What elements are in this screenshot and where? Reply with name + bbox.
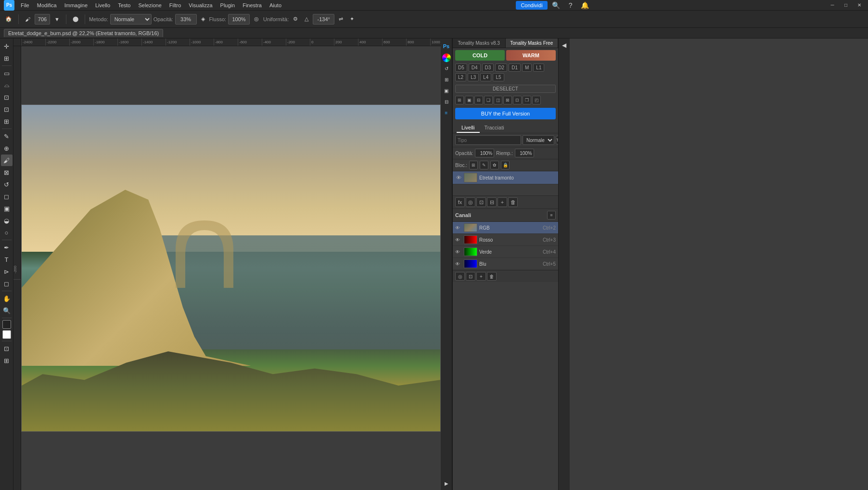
frame-tool[interactable]: ⊞ [1,116,13,127]
panel-toggle-icon[interactable]: ▶ [442,478,451,488]
crop-tool[interactable]: ⊡ [1,103,13,115]
move-tool[interactable]: ✛ [1,40,13,52]
mask-l2[interactable]: L2 [455,73,466,81]
foreground-color[interactable] [2,320,11,329]
menu-visualizza[interactable]: Visualizza [185,1,216,9]
lock-pixels[interactable]: ✎ [480,161,488,169]
layer-visibility-eye[interactable]: 👁 [455,174,462,181]
fill-value-input[interactable] [515,149,534,157]
lasso-tool[interactable]: ⌓ [1,79,13,91]
mask-icon-3[interactable]: ⊟ [474,96,483,104]
lock-transparent[interactable]: ⊞ [469,161,478,169]
tonality-tab-free[interactable]: Tonality Masks Free [506,39,559,48]
menu-immagine[interactable]: Immagine [61,1,91,9]
adjustment-button[interactable]: ⊡ [476,197,486,207]
ch-add-channel[interactable]: + [476,272,486,281]
ch-marching-ants[interactable]: ◎ [455,272,465,281]
maximize-button[interactable]: □ [839,0,853,11]
mask-icon-1[interactable]: ⊞ [455,96,464,104]
search-icon[interactable]: 🔍 [550,0,562,11]
mask-d4[interactable]: D4 [469,64,481,72]
gradient-panel-icon[interactable]: ▣ [442,86,451,95]
symmetry-btn[interactable]: ⇌ [336,14,345,24]
blur-tool[interactable]: ◒ [1,215,13,226]
canvas-viewport[interactable] [21,46,441,490]
dodge-tool[interactable]: ○ [1,227,13,238]
text-tool[interactable]: T [1,254,13,265]
channel-eye-rgb[interactable]: 👁 [455,225,462,231]
channel-rosso[interactable]: 👁 Rosso Ctrl+3 [453,234,558,246]
mask-icon-4[interactable]: ❑ [484,96,493,104]
history-icon[interactable]: ↺ [442,64,451,73]
channel-eye-blue[interactable]: 👁 [455,261,462,267]
layer-mode-select[interactable]: Normale [523,135,554,145]
minimize-button[interactable]: ─ [826,0,839,11]
document-tab[interactable]: Etretat_dodge_e_burn.psd @ 22,2% (Etreta… [4,29,163,37]
brush-picker[interactable]: ▼ [52,15,62,24]
color-wheel-icon[interactable] [442,53,451,62]
gradient-tool[interactable]: ▣ [1,203,13,214]
mask-l3[interactable]: L3 [468,73,479,81]
lock-position[interactable]: ✿ [490,161,499,169]
layer-etretat[interactable]: 👁 Etretat tramonto [453,171,558,184]
brush-tool-left[interactable]: 🖌 [1,155,13,166]
group-button[interactable]: ⊟ [487,197,497,207]
menu-finestra[interactable]: Finestra [239,1,265,9]
mask-l1[interactable]: L1 [533,64,544,72]
deselect-button[interactable]: DESELECT [455,85,556,93]
shape-tool[interactable]: ◻ [1,278,13,289]
mask-l4[interactable]: L4 [480,73,491,81]
warm-button[interactable]: WARM [506,50,556,61]
menu-testo[interactable]: Testo [115,1,134,9]
fx-button[interactable]: fx [455,197,465,207]
close-button[interactable]: ✕ [853,0,866,11]
uniformita-settings[interactable]: ⚙ [291,14,300,24]
mask-icon-6[interactable]: ⊠ [503,96,512,104]
canali-options[interactable]: ≡ [547,211,556,219]
quick-mask-btn[interactable]: ⊡ [1,343,13,354]
swatches-icon[interactable]: ⊞ [442,75,451,84]
object-select[interactable]: ⊡ [1,91,13,103]
screen-mode-btn[interactable]: ⊞ [1,355,13,366]
pen-tool[interactable]: ✒ [1,242,13,253]
menu-livello[interactable]: Livello [92,1,114,9]
buy-full-version-button[interactable]: BUY the Full Version [455,108,556,119]
pressure-opacity-btn[interactable]: ◈ [199,14,207,24]
hand-tool[interactable]: ✋ [1,293,13,304]
menu-modifica[interactable]: Modifica [34,1,60,9]
angle-input[interactable] [313,14,334,25]
flow-input[interactable] [228,14,250,25]
ch-save-selection[interactable]: ⊡ [466,272,475,281]
hardness-btn[interactable]: ⬤ [70,14,81,24]
airbrush-btn[interactable]: ◎ [252,14,261,24]
mask-d3[interactable]: D3 [482,64,494,72]
home-button[interactable]: 🏠 [3,14,14,24]
mask-d1[interactable]: D1 [509,64,521,72]
extra-btn[interactable]: ✦ [347,14,357,24]
channel-eye-green[interactable]: 👁 [455,249,462,255]
lock-all[interactable]: 🔒 [501,161,510,169]
eyedropper[interactable]: ✎ [1,130,13,142]
mask-icon-9[interactable]: ◰ [532,96,541,104]
cold-button[interactable]: COLD [455,50,505,61]
mask-icon-5[interactable]: ◫ [494,96,502,104]
channel-blu[interactable]: 👁 Blu Ctrl+5 [453,258,558,270]
tab-livelli[interactable]: Livelli [457,123,480,133]
tonality-tab-v8[interactable]: Tonality Masks v8.3 [453,39,506,48]
channel-eye-red[interactable]: 👁 [455,237,462,243]
delete-layer-button[interactable]: 🗑 [508,197,518,207]
mask-icon-7[interactable]: ⊡ [513,96,522,104]
tab-tracciati[interactable]: Tracciati [480,123,509,133]
menu-file[interactable]: File [17,1,33,9]
channel-rgb[interactable]: 👁 RGB Ctrl+2 [453,222,558,234]
ch-delete-channel[interactable]: 🗑 [487,272,497,281]
help-icon[interactable]: ? [565,0,576,11]
mask-icon-8[interactable]: ❒ [523,96,531,104]
mask-d5[interactable]: D5 [455,64,467,72]
channel-verde[interactable]: 👁 Verde Ctrl+4 [453,246,558,258]
stamp-tool[interactable]: ⊠ [1,167,13,178]
path-select[interactable]: ⊳ [1,266,13,277]
notification-icon[interactable]: 🔔 [579,0,591,11]
rectangular-marquee[interactable]: ▭ [1,67,13,79]
mask-l5[interactable]: L5 [493,73,504,81]
